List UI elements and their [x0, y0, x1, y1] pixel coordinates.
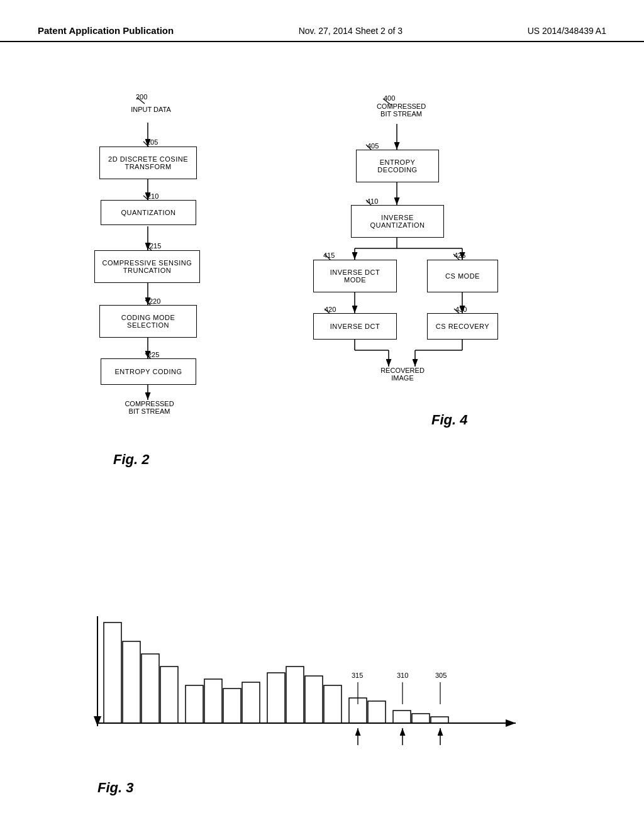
svg-rect-51 — [368, 701, 386, 723]
entropy-coding-box: ENTROPY CODING — [101, 358, 196, 385]
ref-420: 420 — [325, 306, 336, 313]
compressed-bs-fig2-label: COMPRESSED BIT STREAM — [113, 400, 186, 415]
ref-310: 310 — [397, 672, 408, 679]
ref-220: 220 — [149, 297, 160, 305]
fig4-label: Fig. 4 — [431, 412, 467, 428]
ref-315: 315 — [352, 672, 363, 679]
svg-rect-39 — [123, 641, 140, 723]
arrows-layer — [0, 0, 644, 830]
entropy-decoding-box: ENTROPY DECODING — [356, 150, 439, 182]
svg-rect-48 — [305, 676, 323, 723]
header-patent: US 2014/348439 A1 — [528, 26, 606, 36]
svg-rect-50 — [349, 698, 367, 723]
fig3-label: Fig. 3 — [97, 780, 133, 796]
ref-210: 210 — [147, 192, 158, 200]
ref-225: 225 — [148, 351, 159, 358]
ref-415: 415 — [323, 252, 335, 259]
page: Patent Application Publication Nov. 27, … — [0, 0, 644, 830]
input-data-label: INPUT DATA — [116, 106, 186, 113]
ref-205: 205 — [147, 138, 158, 146]
cs-mode-box: CS MODE — [427, 260, 498, 292]
ref-430: 430 — [455, 306, 467, 313]
svg-rect-49 — [324, 685, 341, 723]
ref-405: 405 — [367, 142, 379, 150]
inv-dct-mode-box: INVERSE DCT MODE — [313, 260, 397, 292]
ref-305: 305 — [435, 672, 447, 679]
ref-425: 425 — [454, 252, 465, 259]
svg-rect-38 — [104, 622, 121, 723]
svg-rect-44 — [223, 689, 241, 723]
fig2-label: Fig. 2 — [113, 451, 149, 468]
compressed-bs-fig4-label: COMPRESSED BIT STREAM — [364, 102, 439, 118]
svg-rect-42 — [186, 685, 203, 723]
svg-rect-40 — [142, 654, 159, 723]
svg-rect-52 — [393, 711, 411, 723]
header-date: Nov. 27, 2014 Sheet 2 of 3 — [299, 26, 403, 36]
svg-rect-46 — [267, 673, 285, 723]
dct-box: 2D DISCRETE COSINE TRANSFORM — [99, 147, 197, 179]
svg-rect-45 — [242, 682, 260, 723]
ref-200: 200 — [136, 93, 147, 101]
svg-rect-53 — [412, 714, 430, 723]
inv-dct-box: INVERSE DCT — [313, 313, 397, 340]
header-publication: Patent Application Publication — [38, 25, 174, 36]
ref-410: 410 — [367, 197, 378, 205]
cs-truncation-box: COMPRESSIVE SENSING TRUNCATION — [94, 250, 200, 283]
svg-rect-41 — [160, 667, 178, 723]
svg-rect-54 — [431, 717, 448, 723]
recovered-image-label: RECOVERED IMAGE — [371, 367, 434, 382]
ref-215: 215 — [150, 242, 161, 250]
header: Patent Application Publication Nov. 27, … — [0, 25, 644, 42]
svg-rect-43 — [204, 679, 222, 723]
inv-quantization-box: INVERSE QUANTIZATION — [351, 205, 444, 238]
svg-rect-47 — [286, 667, 304, 723]
cs-recovery-box: CS RECOVERY — [427, 313, 498, 340]
ref-400: 400 — [384, 94, 395, 102]
quantization-box: QUANTIZATION — [101, 200, 196, 225]
coding-mode-box: CODING MODE SELECTION — [99, 305, 197, 338]
